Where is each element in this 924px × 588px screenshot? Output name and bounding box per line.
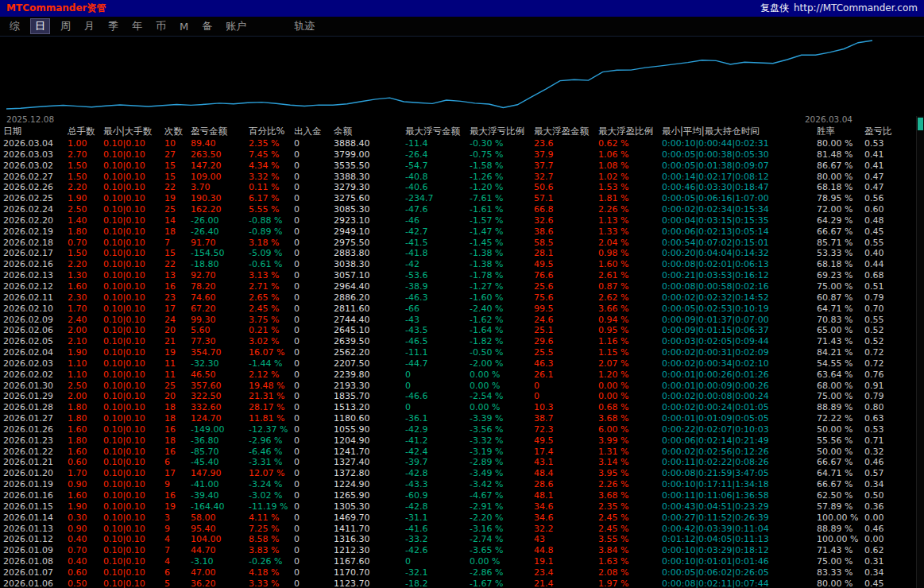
table-row[interactable]: 2026.01.140.300.10|0.10358.004.11 %01469… xyxy=(0,513,916,524)
table-row[interactable]: 2026.01.281.800.10|0.1018332.6028.17 %01… xyxy=(0,402,916,413)
cell-10: -1.38 % xyxy=(470,248,534,259)
table-row[interactable]: 2026.02.162.200.10|0.1022-18.80-0.61 %03… xyxy=(0,259,916,270)
table-row[interactable]: 2026.01.231.800.10|0.1018-36.80-2.96 %01… xyxy=(0,435,916,447)
cell-13: 0:00:01|0:00:26|0:01:26 xyxy=(662,369,817,381)
menu-item-track[interactable]: 轨迹 xyxy=(291,18,318,34)
cell-1: 2026.02.13 xyxy=(3,270,68,281)
table-row[interactable]: 2026.01.292.000.10|0.1020322.5021.31 %01… xyxy=(0,391,916,402)
cell-15: 0.48 xyxy=(864,215,916,226)
table-row[interactable]: 2026.01.151.900.10|0.1019-164.40-11.19 %… xyxy=(0,501,916,513)
table-row[interactable]: 2026.02.242.500.10|0.1025162.205.55 %030… xyxy=(0,204,916,215)
table-row[interactable]: 2026.02.131.300.10|0.101392.703.13 %0305… xyxy=(0,270,916,281)
cell-2: 2.00 xyxy=(68,325,103,336)
table-row[interactable]: 2026.02.251.900.10|0.1019190.306.17 %032… xyxy=(0,193,916,204)
menu-item-10[interactable]: 账户 xyxy=(222,18,249,34)
cell-5: -32.30 xyxy=(191,358,249,369)
cell-6: 4.11 % xyxy=(249,513,294,524)
menu-item-2[interactable]: 日 xyxy=(30,18,50,34)
cell-15: 0.60 xyxy=(864,204,916,215)
cell-4: 16 xyxy=(164,490,191,501)
cell-3: 0.10|0.10 xyxy=(103,545,164,556)
table-row[interactable]: 2026.01.221.600.10|0.1016-85.70-6.46 %01… xyxy=(0,447,916,458)
cell-15: 0.00 xyxy=(864,513,916,524)
table-row[interactable]: 2026.02.101.700.10|0.101767.202.45 %0281… xyxy=(0,304,916,315)
table-row[interactable]: 2026.02.092.400.10|0.102499.303.75 %0274… xyxy=(0,315,916,326)
table-row[interactable]: 2026.02.112.300.10|0.102374.602.65 %0288… xyxy=(0,292,916,304)
cell-11: 49.5 xyxy=(534,435,598,447)
cell-2: 1.50 xyxy=(68,161,103,172)
table-scrollbar[interactable] xyxy=(916,116,924,588)
menu-item-8[interactable]: M xyxy=(176,20,191,33)
cell-7: 0 xyxy=(294,435,334,447)
table-row[interactable]: 2026.02.271.500.10|0.1015109.003.32 %033… xyxy=(0,172,916,183)
cell-14: 71.43 % xyxy=(817,545,864,556)
table-row[interactable]: 2026.02.121.600.10|0.101678.202.71 %0296… xyxy=(0,281,916,292)
cell-14: 54.55 % xyxy=(817,358,864,369)
table-row[interactable]: 2026.02.052.100.10|0.102177.303.02 %0263… xyxy=(0,336,916,347)
table-row[interactable]: 2026.01.080.400.10|0.104-3.10-0.26 %0116… xyxy=(0,556,916,567)
cell-9: -42.8 xyxy=(405,468,470,479)
cell-15: 0.46 xyxy=(864,524,916,535)
table-row[interactable]: 2026.02.191.800.10|0.1018-26.40-0.89 %02… xyxy=(0,226,916,238)
website-link[interactable]: http://MTCommander.com xyxy=(794,2,918,14)
table-row[interactable]: 2026.01.190.900.10|0.109-41.00-3.24 %012… xyxy=(0,479,916,490)
cell-8: 1224.90 xyxy=(334,479,405,490)
cell-7: 0 xyxy=(294,556,334,567)
cell-5: 74.60 xyxy=(191,292,249,304)
table-row[interactable]: 2026.03.032.700.10|0.1027263.507.45 %037… xyxy=(0,149,916,161)
table-row[interactable]: 2026.03.041.000.10|0.101089.402.35 %0388… xyxy=(0,138,916,149)
cell-7: 0 xyxy=(294,513,334,524)
table-row[interactable]: 2026.03.021.500.10|0.1015147.204.34 %035… xyxy=(0,161,916,172)
table-row[interactable]: 2026.01.090.700.10|0.10744.703.83 %01212… xyxy=(0,545,916,556)
table-row[interactable]: 2026.01.060.500.10|0.10536.203.33 %01123… xyxy=(0,578,916,588)
table-row[interactable]: 2026.02.021.100.10|0.101146.502.12 %0223… xyxy=(0,369,916,381)
cell-3: 0.10|0.10 xyxy=(103,524,164,535)
table-row[interactable]: 2026.01.201.700.10|0.1017147.9012.07 %01… xyxy=(0,468,916,479)
cell-10: -3.65 % xyxy=(470,545,534,556)
cell-5: -154.50 xyxy=(191,248,249,259)
table-row[interactable]: 2026.01.070.600.10|0.10647.004.18 %01170… xyxy=(0,567,916,578)
col-header-2: 总手数 xyxy=(68,126,103,137)
equity-curve-line xyxy=(6,41,872,109)
cell-4: 6 xyxy=(164,457,191,468)
table-row[interactable]: 2026.02.062.000.10|0.10205.600.21 %02645… xyxy=(0,325,916,336)
table-row[interactable]: 2026.01.210.600.10|0.106-45.40-3.31 %013… xyxy=(0,457,916,468)
menu-item-3[interactable]: 周 xyxy=(57,18,74,34)
cell-3: 0.10|0.10 xyxy=(103,149,164,161)
menu-item-9[interactable]: 备 xyxy=(199,18,215,34)
table-row[interactable]: 2026.02.201.400.10|0.1014-26.00-0.88 %02… xyxy=(0,215,916,226)
cell-4: 14 xyxy=(164,215,191,226)
cell-10: -3.19 % xyxy=(470,447,534,458)
equity-chart[interactable] xyxy=(0,37,924,114)
table-row[interactable]: 2026.02.180.700.10|0.10791.703.18 %02975… xyxy=(0,238,916,249)
table-row[interactable]: 2026.01.161.600.10|0.1016-39.40-3.02 %01… xyxy=(0,490,916,501)
table-row[interactable]: 2026.01.130.900.10|0.10995.407.25 %01411… xyxy=(0,524,916,535)
table-row[interactable]: 2026.02.031.100.10|0.1011-32.30-1.44 %02… xyxy=(0,358,916,369)
table-row[interactable]: 2026.02.041.900.10|0.1019354.7016.07 %02… xyxy=(0,347,916,358)
cell-13: 0:00:02|0:00:34|0:02:10 xyxy=(662,358,817,369)
scrollbar-thumb[interactable] xyxy=(918,118,923,130)
menu-item-7[interactable]: 币 xyxy=(153,18,169,34)
table-row[interactable]: 2026.01.261.600.10|0.1016-149.00-12.37 %… xyxy=(0,424,916,435)
table-row[interactable]: 2026.02.262.200.10|0.10223.700.11 %03279… xyxy=(0,182,916,193)
cell-11: 49.5 xyxy=(534,259,598,270)
cell-11: 19.1 xyxy=(534,556,598,567)
menu-item-4[interactable]: 月 xyxy=(81,18,98,34)
cell-5: 357.60 xyxy=(191,381,249,392)
cell-12: 1.60 % xyxy=(598,259,662,270)
table-row[interactable]: 2026.01.271.800.10|0.1018124.7011.81 %01… xyxy=(0,413,916,424)
menu-item-5[interactable]: 季 xyxy=(105,18,122,34)
cell-11: 21.4 xyxy=(534,578,598,588)
mtcommander-window: MTCommander资管 复盘侠http://MTCommander.com … xyxy=(0,0,924,588)
menu-item-6[interactable]: 年 xyxy=(129,18,145,34)
cell-7: 0 xyxy=(294,347,334,358)
cell-2: 1.80 xyxy=(68,402,103,413)
cell-12: 3.55 % xyxy=(598,534,662,545)
cell-11: 43.1 xyxy=(534,457,598,468)
table-row[interactable]: 2026.02.171.500.10|0.1015-154.50-5.09 %0… xyxy=(0,248,916,259)
table-row[interactable]: 2026.01.302.500.10|0.1025357.6019.48 %02… xyxy=(0,381,916,392)
cell-14: 55.56 % xyxy=(817,435,864,447)
table-row[interactable]: 2026.01.120.400.10|0.104104.008.58 %0131… xyxy=(0,534,916,545)
menu-item-1[interactable]: 综 xyxy=(6,18,23,34)
cell-13: 0:00:21|0:03:53|0:16:12 xyxy=(662,270,817,281)
